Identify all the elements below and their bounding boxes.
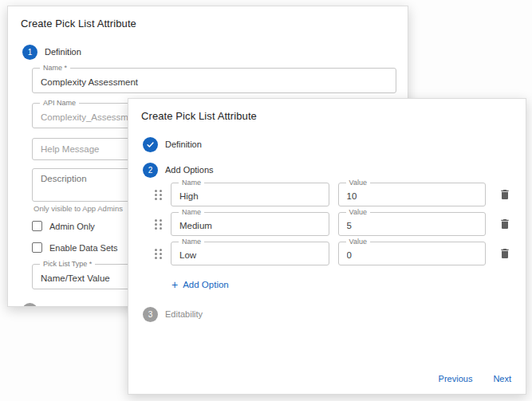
delete-option-button[interactable]	[498, 246, 513, 261]
step-definition-complete[interactable]: Definition	[143, 136, 526, 152]
add-option-label: Add Option	[183, 280, 229, 289]
check-icon	[143, 137, 158, 152]
option-value-field: Value	[338, 242, 486, 265]
option-name-label: Name	[179, 179, 204, 187]
option-value-field: Value	[338, 183, 486, 206]
admin-only-label: Admin Only	[49, 222, 95, 231]
delete-option-button[interactable]	[498, 187, 513, 202]
option-name-field: Name	[171, 183, 329, 206]
step-2-circle: 2	[22, 303, 37, 308]
name-field: Name *	[32, 68, 396, 93]
step-2-label: Add Options	[165, 165, 214, 175]
next-button[interactable]: Next	[493, 374, 511, 383]
drag-handle-icon[interactable]	[152, 219, 164, 230]
trash-icon	[499, 218, 511, 230]
step-1-label: Definition	[165, 140, 202, 149]
option-name-field: Name	[171, 212, 329, 236]
options-list: Name Value Name Value	[152, 183, 513, 265]
previous-button[interactable]: Previous	[439, 374, 473, 383]
api-name-field-label: API Name	[40, 99, 79, 108]
option-row: Name Value	[152, 242, 513, 265]
name-input[interactable]	[33, 69, 396, 92]
option-name-label: Name	[179, 238, 204, 246]
step-2-circle: 2	[143, 163, 158, 178]
trash-icon	[499, 188, 511, 201]
step-1-label: Definition	[45, 47, 81, 57]
dialog-title: Create Pick List Attribute	[128, 99, 526, 127]
option-name-field: Name	[171, 242, 329, 265]
step-3-circle: 3	[143, 307, 158, 322]
step-editability[interactable]: 3 Editability	[143, 306, 526, 322]
plus-icon: +	[171, 279, 178, 290]
trash-icon	[499, 247, 511, 260]
step-1-circle: 1	[22, 45, 37, 60]
delete-option-button[interactable]	[498, 216, 513, 232]
step-add-options-active[interactable]: 2 Add Options	[143, 162, 526, 178]
create-pick-list-dialog-front: Create Pick List Attribute Definition 2 …	[128, 98, 526, 395]
wizard-footer: Previous Next	[439, 374, 511, 383]
pick-list-type-label: Pick List Type *	[40, 260, 95, 269]
option-value-label: Value	[346, 238, 370, 246]
add-option-button[interactable]: + Add Option	[171, 279, 229, 290]
step-definition[interactable]: 1 Definition	[22, 44, 408, 60]
enable-data-sets-checkbox[interactable]	[32, 242, 42, 253]
option-row: Name Value	[152, 183, 513, 206]
step-2-label: Add Options	[45, 305, 93, 307]
option-value-label: Value	[346, 179, 370, 187]
option-row: Name Value	[152, 212, 513, 236]
step-3-label: Editability	[165, 309, 203, 319]
admin-only-checkbox[interactable]	[32, 221, 42, 231]
option-value-field: Value	[338, 212, 486, 236]
option-name-label: Name	[179, 208, 204, 217]
enable-data-sets-label: Enable Data Sets	[49, 243, 118, 253]
drag-handle-icon[interactable]	[152, 249, 164, 259]
dialog-title: Create Pick List Attribute	[8, 6, 408, 34]
option-value-label: Value	[346, 208, 370, 217]
drag-handle-icon[interactable]	[152, 190, 164, 200]
name-field-label: Name *	[40, 64, 70, 73]
